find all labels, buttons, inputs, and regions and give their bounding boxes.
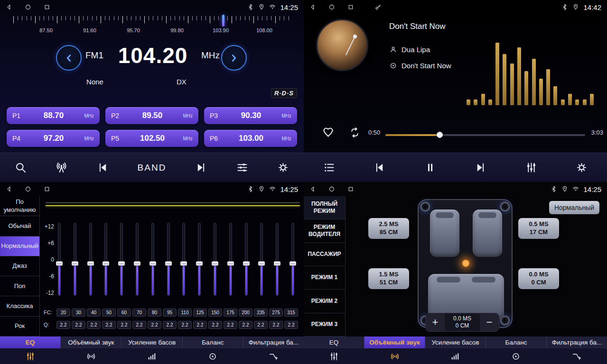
eq-slider-handle[interactable] <box>103 262 109 266</box>
delay-increase-button[interactable]: + <box>426 313 445 331</box>
nav-back-icon[interactable] <box>6 4 12 10</box>
eq-slider-handle[interactable] <box>196 262 203 266</box>
preset-button-p5[interactable]: P5 102.50 MHz <box>105 130 198 147</box>
nav-recents-icon[interactable] <box>347 186 354 192</box>
eq-band-slider[interactable] <box>227 223 234 296</box>
eq-band-slider[interactable] <box>134 223 140 296</box>
nav-home-icon[interactable] <box>25 4 31 10</box>
filter-tab-icon[interactable] <box>546 351 607 362</box>
tune-up-button[interactable] <box>221 45 247 71</box>
tab-eq[interactable]: EQ <box>0 337 61 348</box>
eq-band-slider[interactable] <box>274 223 280 296</box>
listening-position-dot[interactable] <box>462 260 469 267</box>
preset-button-p3[interactable]: P3 90.30 MHz <box>204 107 297 124</box>
mode-passenger[interactable]: ПАССАЖИР <box>304 243 345 266</box>
nav-recents-icon[interactable] <box>347 4 354 10</box>
eq-band-slider[interactable] <box>56 223 63 296</box>
eq-slider-handle[interactable] <box>258 262 265 266</box>
eq-preset-classic[interactable]: Классика <box>0 296 39 316</box>
tab-balance[interactable]: Баланс <box>183 337 243 348</box>
favorite-icon[interactable] <box>322 126 335 139</box>
mode-3[interactable]: РЕЖИМ 3 <box>304 313 345 337</box>
next-track-icon[interactable] <box>474 161 487 174</box>
delay-decrease-button[interactable]: − <box>480 313 499 331</box>
eq-band-slider[interactable] <box>165 223 172 296</box>
eq-tab-icon[interactable] <box>0 351 61 362</box>
delay-rear-left[interactable]: 1.5 MS 51 CM <box>368 268 409 289</box>
tab-eq[interactable]: EQ <box>304 337 364 348</box>
tuning-scale[interactable] <box>13 16 291 24</box>
surround-tab-icon[interactable] <box>61 351 121 362</box>
seek-knob[interactable] <box>437 132 443 138</box>
tab-filter[interactable]: Фильтрация ба... <box>243 337 304 348</box>
delay-front-right[interactable]: 0.5 MS 17 CM <box>518 218 559 239</box>
bass-boost-tab-icon[interactable] <box>425 351 486 362</box>
pause-icon[interactable] <box>424 161 437 174</box>
preset-button-p4[interactable]: P4 97.20 MHz <box>7 130 100 147</box>
nav-recents-icon[interactable] <box>44 4 50 10</box>
balance-tab-icon[interactable] <box>182 351 243 362</box>
tab-surround[interactable]: Объёмный звук <box>61 337 121 348</box>
scan-icon[interactable] <box>14 161 27 174</box>
eq-slider-handle[interactable] <box>180 262 187 266</box>
band-button[interactable]: BAND <box>138 163 167 173</box>
nav-home-icon[interactable] <box>328 186 335 192</box>
nav-home-icon[interactable] <box>328 4 335 10</box>
eq-band-slider[interactable] <box>180 223 187 296</box>
eq-preset-default[interactable]: По умолчанию <box>0 196 39 216</box>
settings-gear-icon[interactable] <box>575 161 588 174</box>
bass-boost-tab-icon[interactable] <box>121 351 182 362</box>
eq-band-slider[interactable] <box>72 223 78 296</box>
eq-slider-handle[interactable] <box>227 262 234 266</box>
repeat-icon[interactable] <box>348 126 361 139</box>
eq-slider-handle[interactable] <box>243 262 250 266</box>
settings-gear-icon[interactable] <box>277 161 289 174</box>
eq-preset-custom[interactable]: Обычай <box>0 216 39 236</box>
eq-slider-handle[interactable] <box>134 262 140 266</box>
eq-band-slider[interactable] <box>258 223 265 296</box>
eq-slider-handle[interactable] <box>118 262 125 266</box>
nav-back-icon[interactable] <box>309 186 316 192</box>
eq-band-slider[interactable] <box>103 223 109 296</box>
speaker-front-right[interactable] <box>500 202 510 211</box>
mode-1[interactable]: РЕЖИМ 1 <box>304 266 345 290</box>
balance-tab-icon[interactable] <box>486 351 546 362</box>
eq-preset-normal[interactable]: Нормальный <box>0 237 39 256</box>
eq-band-slider[interactable] <box>212 223 218 296</box>
preset-button-p1[interactable]: P1 88.70 MHz <box>7 107 100 124</box>
eq-band-slider[interactable] <box>149 223 156 296</box>
eq-band-slider[interactable] <box>196 223 203 296</box>
tune-down-button[interactable] <box>56 45 82 71</box>
eq-slider-handle[interactable] <box>212 262 218 266</box>
nav-home-icon[interactable] <box>25 186 31 192</box>
eq-slider-handle[interactable] <box>72 262 78 266</box>
seek-bar[interactable] <box>385 134 585 136</box>
eq-slider-handle[interactable] <box>87 262 94 266</box>
sound-preset-button[interactable]: Нормальный <box>549 201 599 214</box>
nav-back-icon[interactable] <box>6 186 12 192</box>
tab-bass-boost[interactable]: Усиление басов <box>121 337 182 348</box>
surround-tab-icon[interactable] <box>364 351 425 362</box>
eq-band-slider[interactable] <box>289 223 296 296</box>
preset-button-p2[interactable]: P2 89.50 MHz <box>105 107 198 124</box>
tab-filter[interactable]: Фильтрация ба... <box>547 337 607 348</box>
eq-slider-handle[interactable] <box>56 262 63 266</box>
delay-front-left[interactable]: 2.5 MS 85 CM <box>368 218 409 239</box>
mode-driver[interactable]: РЕЖИМ ВОДИТЕЛЯ <box>304 219 345 243</box>
speaker-front-left[interactable] <box>420 202 430 211</box>
eq-preset-pop[interactable]: Поп <box>0 276 39 296</box>
tab-bass-boost[interactable]: Усиление басов <box>425 337 486 348</box>
filter-tab-icon[interactable] <box>243 351 304 362</box>
mode-2[interactable]: РЕЖИМ 2 <box>304 290 345 313</box>
delay-rear-right[interactable]: 0.0 MS 0 CM <box>518 268 559 289</box>
nav-back-icon[interactable] <box>309 4 316 10</box>
eq-band-slider[interactable] <box>118 223 125 296</box>
eq-band-slider[interactable] <box>87 223 94 296</box>
preset-button-p6[interactable]: P6 103.00 MHz <box>204 130 297 147</box>
eq-preset-jazz[interactable]: Джаз <box>0 256 39 276</box>
eq-band-slider[interactable] <box>243 223 250 296</box>
eq-preset-rock[interactable]: Рок <box>0 317 39 337</box>
tab-surround[interactable]: Объёмный звук <box>364 337 425 348</box>
tuning-indicator[interactable] <box>222 15 224 27</box>
playlist-icon[interactable] <box>323 161 336 174</box>
